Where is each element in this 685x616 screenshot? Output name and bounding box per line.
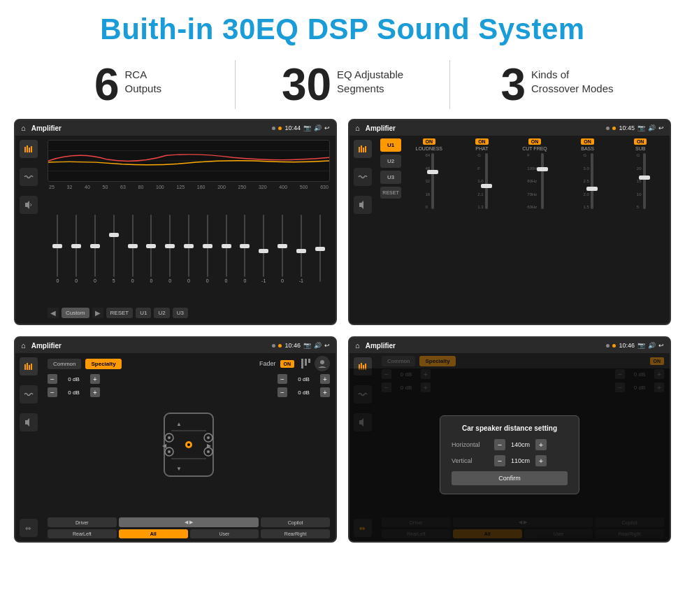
fader-back-icon: ↩ [324,342,330,349]
home-icon: ⌂ [21,124,26,132]
fader-copilot-button[interactable]: Copilot [261,517,330,527]
fader-db1-minus[interactable]: − [48,374,57,384]
svg-text:◀: ◀ [162,443,167,449]
fader-sidebar-arrows-icon[interactable]: ⇔ [20,519,38,537]
eq-app-name: Amplifier [31,124,62,132]
fader-driver-button[interactable]: Driver [48,517,117,527]
eq-slider-15 [311,213,329,283]
sub-slider [643,153,646,209]
cross-content: U1 U2 U3 RESET ON LOUDNESS 64 48 [349,136,670,324]
eq-main-area: 253240506380100125160200250320400500630 … [42,136,336,324]
fader-sidebar-eq-icon[interactable] [20,357,38,375]
fader-db3-plus[interactable]: + [320,374,330,384]
dialog-horizontal-minus[interactable]: − [494,439,505,450]
fader-db2-minus[interactable]: − [48,387,57,397]
stat-number-crossover: 3 [500,62,526,107]
cross-u2-button[interactable]: U2 [380,155,401,168]
phat-label: PHAT [475,146,488,151]
fader-on-toggle[interactable]: ON [280,360,295,368]
dialog-horizontal-plus[interactable]: + [535,439,547,450]
svg-rect-0 [24,147,26,152]
distance-screen: ⌂ Amplifier 10:46 📷 🔊 ↩ [348,336,671,543]
dist-home-icon: ⌂ [355,341,360,350]
fader-rearleft-button[interactable]: RearLeft [48,529,117,538]
loudness-slider [431,153,434,209]
fader-rearright-button[interactable]: RearRight [261,529,330,538]
eq-slider-6: 0 [143,213,160,283]
dist-back-icon: ↩ [658,342,664,349]
fader-db4-minus[interactable]: − [277,387,287,397]
confirm-button[interactable]: Confirm [452,471,568,485]
eq-sidebar-equalizer-icon[interactable] [20,140,38,158]
cross-cutfreq-col: ON CUT FREQ F 100Hz 80Hz 70Hz 60Hz [510,138,560,321]
fader-user-button[interactable]: User [190,529,259,538]
fader-status-icons: 10:46 📷 🔊 ↩ [272,342,330,349]
cross-status-icons: 10:45 📷 🔊 ↩ [606,124,664,131]
distance-dialog-overlay: Car speaker distance setting Horizontal … [349,368,670,541]
volume-icon: 🔊 [314,124,322,131]
eq-u2-button[interactable]: U2 [154,308,169,318]
stat-label-eq: EQ AdjustableSegments [337,62,403,95]
fader-db3-minus[interactable]: − [277,374,287,384]
cross-u3-button[interactable]: U3 [380,171,401,184]
fader-sidebar-wave-icon[interactable] [20,385,38,403]
fader-db1-plus[interactable]: + [90,374,100,384]
eq-slider-9: 0 [199,213,216,283]
fader-center-arrow-button[interactable]: ◀ ▶ [119,517,259,527]
fader-common-tab[interactable]: Common [48,359,81,369]
stat-divider-2 [449,60,450,109]
cutfreq-scale: F 100Hz 80Hz 70Hz 60Hz [527,153,539,209]
fader-car-diagram: ▲ ▼ ◀ ▶ [104,374,273,515]
dialog-vertical-minus[interactable]: − [494,455,505,466]
fader-label: Fader [259,360,276,367]
eq-custom-button[interactable]: Custom [62,308,89,318]
loudness-thumb[interactable] [427,170,438,174]
eq-slider-5: 0 [124,213,141,283]
loudness-slider-area: 64 48 32 16 0 [424,153,434,216]
screens-grid: ⌂ Amplifier 10:44 📷 🔊 ↩ [0,119,685,550]
eq-prev-button[interactable]: ◀ [48,308,59,318]
cross-reset-button[interactable]: RESET [380,187,401,199]
svg-marker-12 [359,201,363,209]
eq-u3-button[interactable]: U3 [173,308,188,318]
stat-eq: 30 EQ AdjustableSegments [257,62,428,107]
cross-dot1 [606,127,610,130]
dialog-vertical-plus[interactable]: + [535,455,547,466]
cross-loudness-col: ON LOUDNESS 64 48 32 16 0 [404,138,454,321]
page-title: Buith-in 30EQ DSP Sound System [0,0,685,53]
svg-rect-1 [27,145,28,152]
dist-volume-icon: 🔊 [648,342,656,349]
fader-specialty-tab[interactable]: Specialty [85,359,121,369]
fader-home-icon: ⌂ [21,341,26,350]
cross-u1-button[interactable]: U1 [380,138,401,152]
svg-text:▼: ▼ [176,466,182,472]
crossover-screen: ⌂ Amplifier 10:45 📷 🔊 ↩ [348,119,671,325]
cross-sidebar-speaker-icon[interactable] [354,196,372,214]
eq-reset-button[interactable]: RESET [106,308,134,318]
svg-point-19 [320,360,324,364]
stat-crossover: 3 Kinds ofCrossover Modes [471,62,643,107]
eq-sidebar-wave-icon[interactable] [20,168,38,186]
fader-all-button[interactable]: All [119,529,188,538]
cutfreq-thumb[interactable] [537,167,548,171]
fader-top-bar: Common Specialty Fader ON [48,356,330,371]
eq-slider-1: 0 [49,213,66,283]
bass-thumb[interactable] [586,187,598,191]
fader-db4-plus[interactable]: + [320,387,330,397]
eq-sidebar-speaker-icon[interactable] [20,196,38,214]
sub-thumb[interactable] [639,176,650,180]
fader-db2-plus[interactable]: + [90,387,100,397]
svg-rect-10 [363,148,364,152]
svg-point-24 [168,436,171,439]
svg-rect-3 [31,146,32,152]
dialog-horizontal-measure: − 140cm + [494,439,568,450]
stats-row: 6 RCAOutputs 30 EQ AdjustableSegments 3 … [0,53,685,119]
eq-next-button[interactable]: ▶ [92,308,103,318]
dist-status-bar: ⌂ Amplifier 10:46 📷 🔊 ↩ [349,338,670,353]
eq-u1-button[interactable]: U1 [136,308,151,318]
fader-sidebar-speaker-icon[interactable] [20,413,38,431]
fader-sidebar: ⇔ [15,353,42,541]
cross-sidebar-wave-icon[interactable] [354,168,372,186]
phat-thumb[interactable] [481,184,492,188]
cross-sidebar-eq-icon[interactable] [354,140,372,158]
